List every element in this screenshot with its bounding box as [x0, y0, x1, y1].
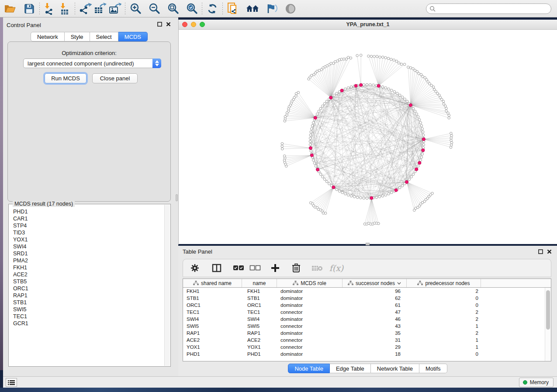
export-table-icon[interactable] — [93, 2, 107, 16]
mcds-result-item[interactable]: PHD1 — [9, 208, 164, 215]
cell-predecessor-nodes[interactable]: 2 — [407, 288, 481, 295]
mcds-result-item[interactable]: SWI5 — [9, 306, 164, 313]
cell-mcds-role[interactable]: connector — [277, 337, 343, 344]
cell-mcds-role[interactable]: dominator — [277, 302, 343, 309]
close-panel-button[interactable]: Close panel — [92, 73, 138, 83]
zoom-out-icon[interactable] — [147, 2, 162, 16]
cell-mcds-role[interactable]: dominator — [277, 351, 343, 358]
mcds-result-item[interactable]: ACE2 — [9, 271, 164, 278]
table-row[interactable]: RAP1RAP1dominator352 — [183, 330, 545, 337]
tab-network[interactable]: Network — [31, 32, 65, 41]
cell-shared-name[interactable]: RAP1 — [183, 330, 242, 337]
table-row[interactable]: ACE2ACE2connector311 — [183, 337, 545, 344]
zoom-fit-icon[interactable] — [166, 2, 180, 16]
tab-network-table[interactable]: Network Table — [371, 364, 419, 373]
cell-mcds-role[interactable]: dominator — [277, 316, 343, 323]
cell-successor-nodes[interactable]: 46 — [343, 316, 407, 323]
zoom-in-icon[interactable] — [128, 2, 143, 16]
mcds-result-item[interactable]: STB1 — [9, 299, 164, 306]
cell-shared-name[interactable]: STB1 — [183, 295, 242, 302]
cell-name[interactable]: SWI4 — [242, 316, 277, 323]
mcds-result-item[interactable]: PMA2 — [9, 257, 164, 264]
export-network-icon[interactable] — [78, 2, 93, 16]
task-history-button[interactable] — [6, 378, 17, 387]
mcds-result-item[interactable]: SWI4 — [9, 243, 164, 250]
mcds-result-item[interactable]: FKH1 — [9, 264, 164, 271]
mcds-result-item[interactable]: GCR1 — [9, 320, 164, 327]
mcds-result-item[interactable]: SRD1 — [9, 250, 164, 257]
cell-shared-name[interactable]: YOX1 — [183, 344, 242, 351]
mcds-result-item[interactable]: STB5 — [9, 278, 164, 285]
table-row[interactable]: FKH1FKH1dominator962 — [183, 288, 545, 295]
cell-name[interactable]: YOX1 — [242, 344, 277, 351]
cell-mcds-role[interactable]: dominator — [277, 288, 343, 295]
cell-name[interactable]: FKH1 — [242, 288, 277, 295]
zoom-selected-icon[interactable] — [184, 2, 199, 16]
tab-motifs[interactable]: Motifs — [419, 364, 447, 373]
cell-shared-name[interactable]: SWI4 — [183, 316, 242, 323]
cell-name[interactable]: ACE2 — [242, 337, 277, 344]
select-all-icon[interactable] — [231, 261, 246, 275]
float-panel-icon[interactable] — [157, 21, 162, 28]
table-row[interactable]: STB1STB1dominator620 — [183, 295, 545, 302]
cell-shared-name[interactable]: FKH1 — [183, 288, 242, 295]
tab-edge-table[interactable]: Edge Table — [330, 364, 371, 373]
mcds-result-item[interactable]: TEC1 — [9, 313, 164, 320]
cell-mcds-role[interactable]: connector — [277, 344, 343, 351]
horizontal-divider-grip[interactable] — [366, 243, 370, 245]
neighbors-houses-icon[interactable] — [246, 2, 260, 16]
table-row[interactable]: PHD1PHD1dominator180 — [183, 351, 545, 358]
cell-predecessor-nodes[interactable]: 1 — [407, 323, 481, 330]
table-scrollbar-thumb[interactable] — [546, 290, 550, 330]
run-mcds-button[interactable]: Run MCDS — [45, 73, 86, 83]
cell-predecessor-nodes[interactable]: 2 — [407, 330, 481, 337]
cell-name[interactable]: SWI5 — [242, 323, 277, 330]
import-table-icon[interactable] — [57, 2, 72, 16]
column-header-name[interactable]: name — [242, 279, 277, 287]
cell-successor-nodes[interactable]: 96 — [343, 288, 407, 295]
open-file-icon[interactable] — [3, 2, 17, 16]
save-icon[interactable] — [22, 2, 37, 16]
tab-select[interactable]: Select — [90, 32, 118, 41]
show-column-icon[interactable] — [209, 261, 224, 275]
cell-successor-nodes[interactable]: 43 — [343, 323, 407, 330]
cell-name[interactable]: TEC1 — [242, 309, 277, 316]
cell-name[interactable]: STB1 — [242, 295, 277, 302]
cell-successor-nodes[interactable]: 35 — [343, 330, 407, 337]
memory-button[interactable]: Memory — [519, 378, 554, 387]
table-row[interactable]: SWI5SWI5connector431 — [183, 323, 545, 330]
column-header-successor-nodes[interactable]: successor nodes — [343, 279, 407, 287]
cell-mcds-role[interactable]: dominator — [277, 295, 343, 302]
cell-successor-nodes[interactable]: 18 — [343, 351, 407, 358]
cell-successor-nodes[interactable]: 61 — [343, 302, 407, 309]
table-settings-gear-icon[interactable] — [187, 261, 202, 275]
criterion-dropdown[interactable]: largest connected component (undirected) — [23, 58, 161, 68]
tab-style[interactable]: Style — [65, 32, 90, 41]
close-panel-icon[interactable] — [547, 249, 552, 255]
refresh-icon[interactable] — [205, 2, 220, 16]
cell-shared-name[interactable]: TEC1 — [183, 309, 242, 316]
tab-mcds[interactable]: MCDS — [118, 32, 148, 41]
cell-predecessor-nodes[interactable]: 0 — [407, 351, 481, 358]
cell-predecessor-nodes[interactable]: 2 — [407, 316, 481, 323]
table-row[interactable]: SWI4SWI4dominator462 — [183, 316, 545, 323]
mcds-result-item[interactable]: ORC1 — [9, 285, 164, 292]
mcds-result-item[interactable]: TID3 — [9, 229, 164, 236]
cell-predecessor-nodes[interactable]: 1 — [407, 337, 481, 344]
cell-mcds-role[interactable]: dominator — [277, 330, 343, 337]
mcds-result-item[interactable]: YOX1 — [9, 236, 164, 243]
float-panel-icon[interactable] — [538, 249, 543, 255]
export-image-icon[interactable] — [107, 2, 122, 16]
mcds-result-item[interactable]: CAR1 — [9, 215, 164, 222]
cell-shared-name[interactable]: ORC1 — [183, 302, 242, 309]
search-input[interactable] — [426, 3, 551, 14]
mcds-result-item[interactable]: STP4 — [9, 222, 164, 229]
table-row[interactable]: TEC1TEC1connector472 — [183, 309, 545, 316]
cell-name[interactable]: RAP1 — [242, 330, 277, 337]
cell-predecessor-nodes[interactable]: 0 — [407, 295, 481, 302]
table-scrollbar[interactable] — [545, 288, 551, 361]
import-network-icon[interactable] — [42, 2, 57, 16]
mcds-result-scrollbar[interactable] — [164, 205, 170, 366]
cell-predecessor-nodes[interactable]: 1 — [407, 344, 481, 351]
cell-shared-name[interactable]: PHD1 — [183, 351, 242, 358]
